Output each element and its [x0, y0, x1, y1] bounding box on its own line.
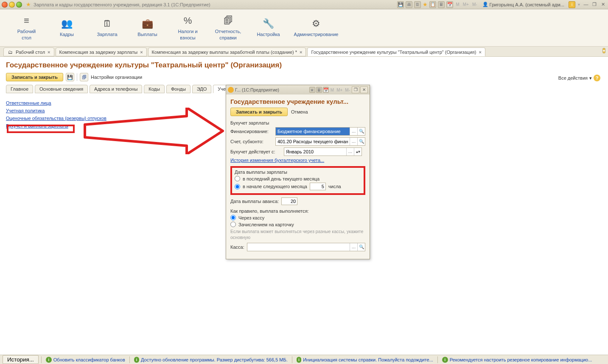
window-close-dot[interactable]: [2, 2, 8, 8]
status-text: Обновить классификатор банков: [53, 357, 125, 362]
subtab-addresses[interactable]: Адреса и телефоны: [90, 85, 142, 93]
m-minus-indicator: M-: [471, 2, 478, 7]
toolbar-clipboard-icon[interactable]: 📋: [429, 1, 436, 8]
tab-compensation-2[interactable]: Компенсация за задержку выплаты заработн…: [148, 47, 306, 56]
nav-desktop[interactable]: ≡Рабочий стол: [6, 9, 47, 46]
toolbar-calendar-icon[interactable]: 📅: [446, 1, 453, 8]
status-message-4[interactable]: i Рекомендуется настроить резервное копи…: [440, 357, 605, 363]
window-maximize-dot[interactable]: [16, 2, 22, 8]
subtab-edo[interactable]: ЭДО: [192, 85, 212, 93]
history-link[interactable]: История изменения бухгалтерского учета..…: [230, 158, 324, 163]
search-icon[interactable]: 🔍: [357, 243, 365, 251]
star-icon[interactable]: ★: [26, 1, 31, 8]
tabs-overflow-icon[interactable]: ▾: [602, 48, 605, 54]
account-field[interactable]: … 🔍: [275, 137, 365, 146]
user-label[interactable]: 👤 Григорьянц А.А. (системный адм...: [480, 2, 567, 7]
radio-cash-input[interactable]: [230, 215, 236, 220]
ellipsis-icon[interactable]: …: [350, 128, 357, 135]
nav-payments[interactable]: 💼Выплаты: [127, 9, 168, 46]
subtab-codes[interactable]: Коды: [144, 85, 165, 93]
radio-via-cash[interactable]: Через кассу: [230, 215, 365, 220]
radio-next-month-input[interactable]: [235, 184, 240, 189]
radio-card-input[interactable]: [230, 222, 236, 227]
nav-salary[interactable]: 🗓Зарплата: [87, 9, 127, 46]
tab-compensation-1[interactable]: Компенсация за задержку зарплаты ×: [56, 47, 147, 56]
save-icon-button[interactable]: 💾: [66, 73, 74, 81]
command-bar: Записать и закрыть 💾 🗐 Настройки организ…: [6, 73, 602, 81]
nav-personnel[interactable]: 👥Кадры: [47, 9, 87, 46]
favorite-icon[interactable]: ★: [423, 1, 428, 8]
subtab-main[interactable]: Главное: [6, 85, 33, 93]
tab-label: Рабочий стол: [16, 50, 45, 55]
dialog-titlebar: Г... (1С:Предприятие) ★ 🖩 📅 M M+ M- ❐ ✕: [226, 85, 370, 94]
kassa-input[interactable]: [247, 243, 350, 251]
nav-taxes[interactable]: %Налоги и взносы: [168, 9, 208, 46]
window-minimize-button[interactable]: —: [583, 2, 589, 8]
calc-small-icon[interactable]: 🖩: [316, 87, 322, 93]
org-settings-link[interactable]: Настройки организации: [91, 75, 142, 80]
kassa-field[interactable]: … 🔍: [247, 243, 365, 251]
window-restore-button[interactable]: ❐: [591, 2, 598, 8]
radio-last-day-input[interactable]: [235, 176, 240, 181]
window-minimize-dot[interactable]: [9, 2, 15, 8]
ellipsis-icon[interactable]: …: [346, 148, 354, 156]
subtab-funds[interactable]: Фонды: [166, 85, 191, 93]
org-settings-icon[interactable]: 🗐: [80, 73, 88, 81]
financing-field[interactable]: … 🔍: [275, 127, 365, 136]
tab-label: Компенсация за задержку выплаты заработн…: [152, 50, 297, 55]
annotation-date-box: Дата выплаты зарплаты в последний день т…: [230, 166, 365, 195]
nav-reports[interactable]: 🗐Отчетность, справки: [208, 9, 248, 46]
radio-label: в начале следующего месяца: [243, 184, 307, 189]
toolbar-calc-icon[interactable]: 🖩: [438, 1, 445, 8]
financing-input[interactable]: [276, 128, 350, 135]
tab-organization[interactable]: Государственное учреждение культуры "Теа…: [307, 47, 485, 56]
close-icon[interactable]: ×: [300, 50, 302, 55]
nav-administration[interactable]: ⚙Администрирование: [289, 9, 344, 46]
effective-input[interactable]: [284, 148, 346, 156]
nav-label: Отчетность, справки: [215, 28, 241, 41]
info-icon[interactable]: i: [569, 1, 575, 8]
dialog-cancel-button[interactable]: Отмена: [291, 109, 308, 114]
status-message-2[interactable]: i Доступно обновление программы. Размер …: [132, 357, 289, 363]
mplus-small: M+: [336, 88, 343, 92]
account-input[interactable]: [276, 138, 350, 145]
close-icon[interactable]: ×: [140, 50, 143, 55]
ellipsis-icon[interactable]: …: [350, 243, 357, 251]
favorite-small-icon[interactable]: ★: [309, 87, 315, 93]
help-icon[interactable]: ?: [594, 75, 600, 81]
effective-field[interactable]: … ▴▾: [284, 147, 362, 156]
calendar-small-icon[interactable]: 📅: [323, 87, 329, 93]
window-close-button[interactable]: ✕: [600, 2, 606, 8]
status-message-1[interactable]: i Обновить классификатор банков: [44, 357, 127, 363]
spinner-icon[interactable]: ▴▾: [354, 148, 361, 156]
dialog-save-close-button[interactable]: Записать и закрыть: [230, 108, 288, 116]
close-icon[interactable]: ×: [479, 50, 481, 55]
advance-day-input[interactable]: [281, 197, 297, 205]
all-actions-menu[interactable]: Все действия ▾ ?: [558, 75, 600, 81]
toolbar-save-icon[interactable]: 💾: [397, 1, 404, 8]
day-suffix-label: числа: [328, 184, 341, 189]
radio-via-card[interactable]: Зачислением на карточку: [230, 222, 365, 227]
app-title: Зарплата и кадры государственного учрежд…: [34, 2, 210, 7]
history-button[interactable]: История...: [3, 355, 39, 364]
subtab-basic[interactable]: Основные сведения: [35, 85, 88, 93]
info-icon: i: [46, 357, 52, 363]
ellipsis-icon[interactable]: …: [350, 138, 357, 145]
pay-day-input[interactable]: [310, 183, 326, 190]
status-message-3[interactable]: i Инициализация системы справки. Пожалуй…: [295, 357, 435, 363]
save-close-button[interactable]: Записать и закрыть: [6, 73, 63, 81]
nav-settings[interactable]: 🔧Настройка: [248, 9, 289, 46]
toolbar-print-icon[interactable]: 🖶: [406, 1, 412, 8]
search-icon[interactable]: 🔍: [357, 128, 365, 135]
dialog-close-button[interactable]: ✕: [360, 86, 368, 93]
tab-desktop[interactable]: 🗂 Рабочий стол ×: [3, 47, 54, 56]
search-icon[interactable]: 🔍: [357, 138, 365, 145]
toolbar-doc-icon[interactable]: 🗎: [414, 1, 421, 8]
wallet-icon: 💼: [142, 18, 153, 28]
dropdown-icon[interactable]: ▾: [577, 2, 581, 7]
radio-next-month[interactable]: в начале следующего месяца числа: [235, 183, 361, 190]
document-tabs: 🗂 Рабочий стол × Компенсация за задержку…: [0, 47, 608, 57]
dialog-restore-button[interactable]: ❐: [352, 86, 359, 93]
radio-last-day[interactable]: в последний день текущего месяца: [235, 176, 361, 181]
close-icon[interactable]: ×: [48, 50, 50, 55]
